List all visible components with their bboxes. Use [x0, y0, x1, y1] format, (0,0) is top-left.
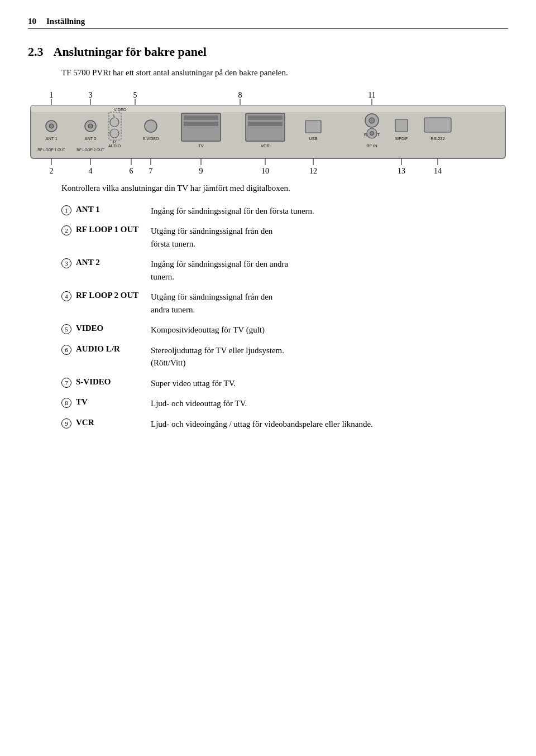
top-num-8: 8 [238, 91, 242, 99]
bot-num-12: 12 [309, 167, 317, 175]
top-num-11: 11 [368, 91, 375, 99]
audio-l [110, 118, 119, 127]
bot-num-4: 4 [89, 167, 93, 175]
desc-num-9: 9 VCR [61, 418, 151, 428]
rfin-label: RF IN [366, 143, 377, 148]
bot-num-9: 9 [199, 167, 203, 175]
circle-8: 8 [61, 398, 71, 408]
diagram: 1 3 5 8 11 ANT 1 ANT 2 L R VIDEO AUDI [28, 90, 508, 176]
desc-label-1: ANT 1 [76, 205, 143, 214]
desc-num-1: 1 ANT 1 [61, 205, 151, 215]
desc-item-2: 2 RF LOOP 1 OUT Utgång för sändningssign… [61, 225, 508, 250]
desc-item-1: 1 ANT 1 Ingång för sändningssignal för d… [61, 205, 508, 218]
bot-num-6: 6 [130, 167, 133, 175]
desc-label-6: AUDIO L/R [76, 344, 143, 354]
bot-num-2: 2 [50, 167, 54, 175]
desc-item-4: 4 RF LOOP 2 OUT Utgång för sändningssign… [61, 291, 508, 316]
desc-num-2: 2 RF LOOP 1 OUT [61, 225, 151, 235]
rs232-label: RS-232 [430, 136, 444, 141]
vcr-pins-bot [248, 122, 283, 126]
rfin-inner [370, 132, 374, 136]
desc-label-7: S-VIDEO [76, 377, 143, 387]
tv-pins-bot [184, 122, 218, 126]
desc-item-6: 6 AUDIO L/R Stereoljuduttag för TV eller… [61, 344, 508, 369]
circle-3: 3 [61, 258, 71, 268]
tv-label: TV [198, 143, 204, 148]
rfloop1out-label: RF LOOP 1 OUT [37, 148, 65, 152]
desc-text-8: Ljud- och videouttag för TV. [151, 397, 508, 410]
desc-text-6: Stereoljuduttag för TV eller ljudsystem.… [151, 344, 508, 369]
desc-item-5: 5 VIDEO Kompositvideouttag för TV (gult) [61, 324, 508, 336]
ant1-inner [49, 124, 54, 128]
header: 10 Inställning [28, 17, 508, 29]
desc-text-7: Super video uttag för TV. [151, 377, 508, 390]
desc-text-9: Ljud- och videoingång / uttag för videob… [151, 418, 508, 431]
tv-pins-top [184, 115, 218, 120]
ant2-label: ANT 2 [84, 136, 96, 141]
desc-item-8: 8 TV Ljud- och videouttag för TV. [61, 397, 508, 410]
svideo-connector [145, 120, 157, 132]
desc-text-2: Utgång för sändningssignal från denförst… [151, 225, 508, 250]
circle-7: 7 [61, 378, 71, 388]
device-diagram: 1 3 5 8 11 ANT 1 ANT 2 L R VIDEO AUDI [28, 90, 508, 176]
audio-r-label: R [113, 140, 116, 144]
bot-num-7: 7 [149, 167, 153, 175]
section-number: 2.3 [28, 45, 44, 59]
desc-num-4: 4 RF LOOP 2 OUT [61, 291, 151, 301]
desc-text-3: Ingång för sändningssignal för den andra… [151, 258, 508, 283]
usb-port [305, 121, 321, 133]
diagram-caption: Kontrollera vilka anslutningar din TV ha… [61, 182, 508, 195]
circle-2: 2 [61, 225, 71, 235]
desc-text-5: Kompositvideouttag för TV (gult) [151, 324, 508, 336]
description-list: 1 ANT 1 Ingång för sändningssignal för d… [61, 205, 508, 431]
vcr-label: VCR [261, 143, 270, 148]
rfloop2out-label: RF LOOP 2 OUT [76, 148, 104, 152]
rfout-inner [369, 118, 375, 123]
vcr-pins-top [248, 115, 283, 120]
usb-label: USB [309, 136, 317, 141]
rs232-port [424, 118, 451, 132]
intro-text: TF 5700 PVRt har ett stort antal anslutn… [61, 68, 508, 78]
spdif-port [395, 119, 408, 132]
desc-label-8: TV [76, 397, 143, 407]
desc-num-7: 7 S-VIDEO [61, 377, 151, 388]
bot-num-10: 10 [261, 167, 269, 175]
panel-top-highlight [31, 105, 505, 112]
section-heading: Anslutningar för bakre panel [54, 45, 207, 59]
desc-item-9: 9 VCR Ljud- och videoingång / uttag för … [61, 418, 508, 431]
desc-num-5: 5 VIDEO [61, 324, 151, 334]
desc-label-3: ANT 2 [76, 258, 143, 267]
desc-num-6: 6 AUDIO L/R [61, 344, 151, 355]
desc-text-1: Ingång för sändningssignal för den först… [151, 205, 508, 218]
top-num-3: 3 [89, 91, 93, 99]
desc-item-3: 3 ANT 2 Ingång för sändningssignal för d… [61, 258, 508, 283]
ant2-inner [88, 124, 93, 128]
top-num-1: 1 [50, 91, 54, 99]
circle-4: 4 [61, 291, 71, 301]
desc-item-7: 7 S-VIDEO Super video uttag för TV. [61, 377, 508, 390]
desc-label-4: RF LOOP 2 OUT [76, 291, 143, 300]
desc-num-8: 8 TV [61, 397, 151, 408]
desc-label-9: VCR [76, 418, 143, 427]
top-num-5: 5 [133, 91, 137, 99]
bot-num-13: 13 [398, 167, 405, 175]
circle-6: 6 [61, 345, 71, 355]
desc-label-2: RF LOOP 1 OUT [76, 225, 143, 234]
bot-num-14: 14 [434, 167, 442, 175]
chapter-title: Inställning [46, 17, 85, 26]
circle-9: 9 [61, 418, 71, 428]
desc-num-3: 3 ANT 2 [61, 258, 151, 268]
audio-r [110, 129, 119, 138]
ant1-label: ANT 1 [45, 136, 57, 141]
audio-l-label: L [113, 114, 116, 118]
circle-5: 5 [61, 324, 71, 334]
audio-label: AUDIO [108, 144, 121, 148]
desc-label-5: VIDEO [76, 324, 143, 333]
page-number: 10 [28, 17, 36, 26]
desc-text-4: Utgång för sändningssignal från denandra… [151, 291, 508, 316]
circle-1: 1 [61, 205, 71, 215]
svideo-label: S-VIDEO [143, 137, 159, 141]
spdif-label: S/PDIF [395, 137, 408, 141]
video-label-top: VIDEO [114, 108, 126, 112]
